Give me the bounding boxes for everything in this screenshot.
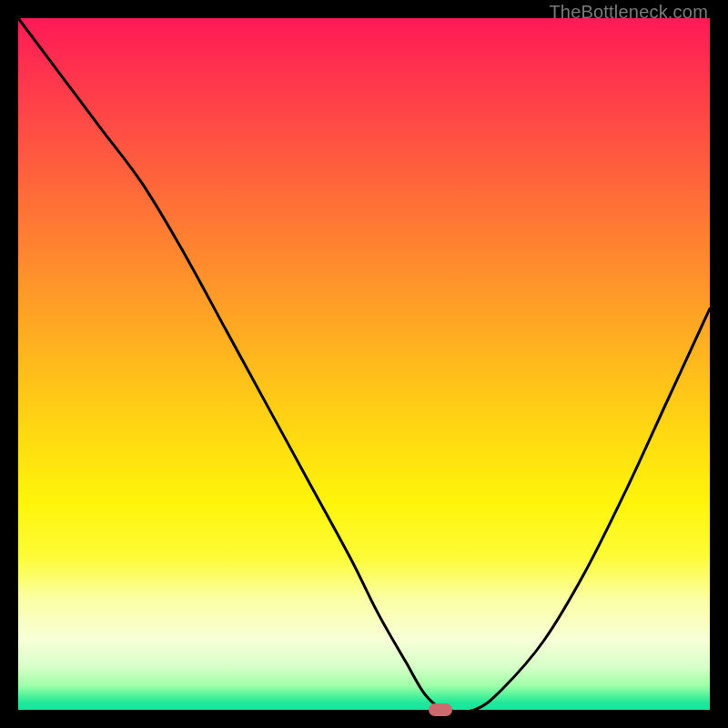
chart-frame: TheBottleneck.com	[0, 0, 728, 728]
bottleneck-curve-path	[18, 18, 710, 713]
optimal-point-marker	[429, 703, 452, 716]
plot-area	[18, 18, 710, 710]
curve-svg	[18, 18, 710, 710]
